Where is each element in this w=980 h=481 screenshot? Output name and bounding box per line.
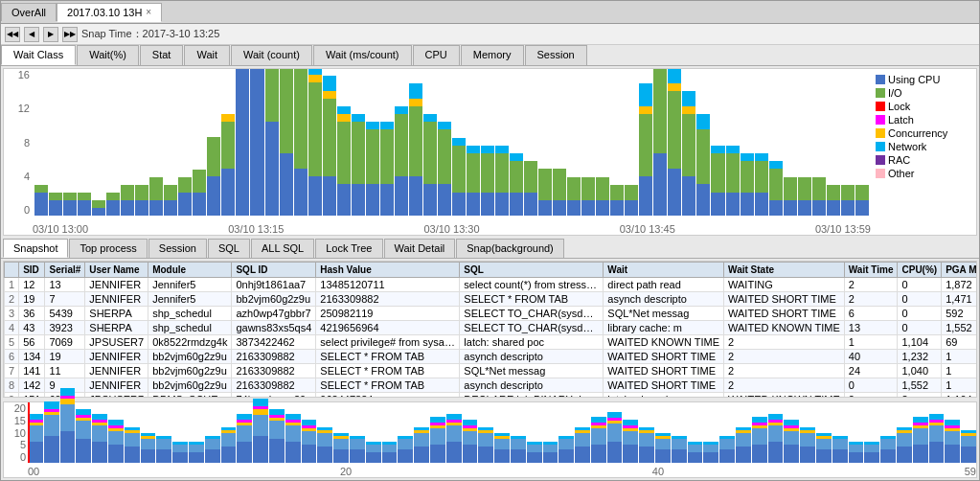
table-header-row: SID Serial# User Name Module SQL ID Hash… [5, 263, 978, 278]
sub-tab-topprocess[interactable]: Top process [69, 239, 147, 258]
col-module[interactable]: Module [148, 263, 232, 278]
nav-tab-waitcount[interactable]: Wait (count) [231, 45, 312, 65]
nav-tab-memory[interactable]: Memory [461, 45, 524, 65]
table-cell: 2163309882 [232, 378, 316, 393]
sub-tab-allsql[interactable]: ALL SQL [251, 239, 314, 258]
sub-tab-sql[interactable]: SQL [208, 239, 250, 258]
bottom-bar-segment [253, 415, 268, 436]
bottom-bar-group [156, 436, 171, 463]
col-pgamem[interactable]: PGA Mem(KB) [942, 263, 977, 278]
bottom-bar-group [478, 427, 493, 463]
col-wait[interactable]: Wait [604, 263, 724, 278]
bar-segment [323, 176, 336, 216]
bottom-bar-segment [172, 452, 188, 463]
table-cell: 2 [724, 335, 845, 350]
col-cpu[interactable]: CPU(%) [898, 263, 942, 278]
nav-tab-waitpct[interactable]: Wait(%) [77, 45, 139, 65]
table-row[interactable]: 3365439SHERPAshp_schedulazh0wp47gbbr7250… [5, 307, 978, 321]
col-sid[interactable]: SID [19, 263, 45, 278]
bottom-bar-group [864, 442, 879, 463]
bottom-bar-segment [800, 447, 815, 463]
table-row[interactable]: 81429JENNIFERbb2vjm60g2z9u2163309882SELE… [5, 378, 978, 393]
table-row[interactable]: 613419JENNIFERbb2vjm60g2z9u2163309882SEL… [5, 350, 978, 364]
table-row[interactable]: 91516993JPSUSER7DBMS_SCHE74jwcqhwqu30u96… [5, 393, 978, 399]
sub-tab-waitdetail[interactable]: Wait Detail [384, 239, 456, 258]
bottom-bar-group [189, 442, 204, 463]
table-row[interactable]: 714111JENNIFERbb2vjm60g2z9u2163309882SEL… [5, 364, 978, 378]
bar-segment [323, 99, 336, 176]
tab-close-icon[interactable]: × [146, 7, 151, 17]
bar-segment [121, 200, 134, 216]
tab-overall[interactable]: OverAll [1, 3, 57, 21]
bottom-bar-segment [945, 431, 960, 445]
bar-group [438, 122, 451, 216]
bottom-bar-segment [125, 433, 140, 447]
sub-tab-session[interactable]: Session [148, 239, 207, 258]
table-row[interactable]: 11213JENNIFERJennifer50nhj9t1861aa713485… [5, 278, 978, 292]
tab-active[interactable]: 2017.03.10 13H × [57, 3, 162, 22]
bottom-bar-segment [736, 447, 751, 463]
table-cell: WAITED SHORT TIME [724, 307, 845, 321]
table-cell: SQL*Net messag [460, 364, 604, 378]
table-row[interactable]: 2197JENNIFERJennifer5bb2vjm60g2z9u216330… [5, 292, 978, 307]
red-line-indicator [28, 402, 30, 463]
nav-tab-waitclass[interactable]: Wait Class [1, 45, 76, 65]
col-sql[interactable]: SQL [460, 263, 604, 278]
col-username[interactable]: User Name [85, 263, 148, 278]
bottom-bar-group [623, 420, 638, 463]
prev-single-button[interactable]: ◀ [24, 27, 39, 42]
next-button[interactable]: ▶▶ [62, 27, 78, 42]
col-waittime[interactable]: Wait Time [844, 263, 898, 278]
bar-group [380, 122, 394, 216]
table-cell: 13 [45, 278, 85, 292]
nav-tab-session[interactable]: Session [525, 45, 587, 65]
table-cell: latch: shared poc [604, 393, 724, 399]
bar-segment [581, 177, 595, 200]
bar-group [784, 177, 797, 216]
bottom-bar-segment [929, 442, 945, 463]
bottom-bar-group [350, 436, 365, 463]
bar-segment [726, 146, 740, 153]
sub-tab-locktree[interactable]: Lock Tree [315, 239, 382, 258]
bottom-bar-segment [527, 445, 542, 452]
table-cell: 1,552 [942, 321, 977, 335]
col-serial[interactable]: Serial# [45, 263, 85, 278]
table-cell: 7069 [45, 335, 85, 350]
legend-color-cpu [876, 75, 885, 84]
legend-using-cpu: Using CPU [876, 74, 971, 85]
bar-segment [538, 200, 552, 216]
sub-tab-snapshot[interactable]: Snapshot [3, 239, 68, 258]
prev-button[interactable]: ◀◀ [5, 27, 20, 42]
table-cell: latch: shared poc [460, 335, 604, 350]
sub-tab-snapbg[interactable]: Snap(background) [456, 239, 564, 258]
nav-tab-cpu[interactable]: CPU [413, 45, 460, 65]
table-row[interactable]: 4433923SHERPAshp_schedulgawns83xs5qs4421… [5, 321, 978, 335]
bottom-bar-segment [189, 445, 204, 452]
col-waitstate[interactable]: Wait State [724, 263, 845, 278]
bottom-bar-group [929, 414, 945, 463]
bar-group [106, 193, 120, 216]
table-row[interactable]: 5567069JPSUSER70k8522rmdzg4k3873422462se… [5, 335, 978, 350]
nav-tabs: Wait Class Wait(%) Stat Wait Wait (count… [1, 45, 979, 66]
bar-segment [395, 176, 408, 216]
col-hashvalue[interactable]: Hash Value [316, 263, 460, 278]
nav-tab-stat[interactable]: Stat [140, 45, 184, 65]
sub-tabs: Snapshot Top process Session SQL ALL SQL… [1, 238, 979, 259]
table-cell: 6 [844, 307, 898, 321]
bar-segment [610, 200, 624, 216]
col-sqlid[interactable]: SQL ID [232, 263, 316, 278]
bottom-bar-segment [961, 447, 976, 463]
bar-group [178, 177, 192, 216]
bottom-bar-group [591, 417, 606, 463]
bar-segment [178, 177, 192, 193]
nav-tab-wait[interactable]: Wait [184, 45, 230, 65]
legend-label-io: I/O [888, 87, 902, 99]
bar-segment [34, 193, 48, 216]
bottom-bar-segment [446, 425, 462, 442]
bar-segment [495, 193, 509, 216]
next-single-button[interactable]: ▶ [43, 27, 58, 42]
nav-tab-waitms[interactable]: Wait (ms/count) [313, 45, 412, 65]
bar-segment [121, 185, 134, 200]
bar-segment [639, 114, 652, 176]
bottom-bar-segment [92, 442, 107, 463]
